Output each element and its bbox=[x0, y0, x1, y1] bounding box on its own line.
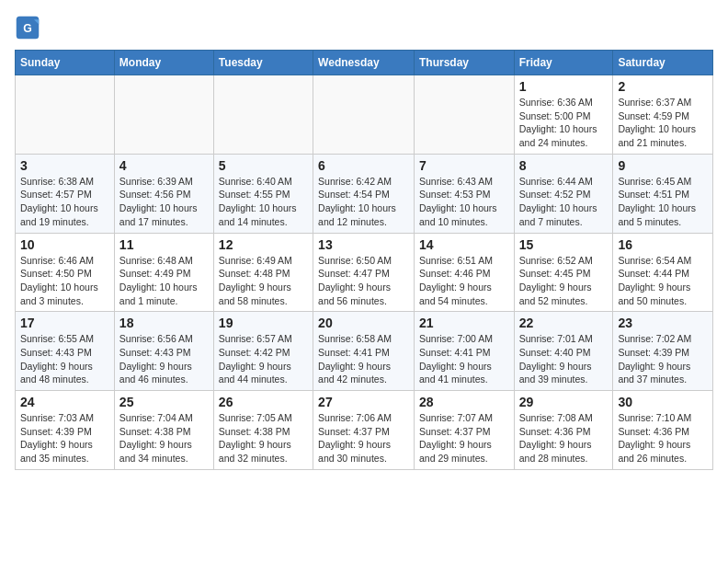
page-header: G bbox=[15, 15, 713, 40]
logo-icon: G bbox=[15, 15, 40, 40]
day-info: Sunrise: 6:39 AM Sunset: 4:56 PM Dayligh… bbox=[119, 175, 209, 229]
day-info: Sunrise: 6:58 AM Sunset: 4:41 PM Dayligh… bbox=[318, 332, 409, 386]
day-info: Sunrise: 7:02 AM Sunset: 4:39 PM Dayligh… bbox=[618, 332, 708, 386]
day-info: Sunrise: 7:08 AM Sunset: 4:36 PM Dayligh… bbox=[519, 411, 609, 465]
calendar-cell: 2Sunrise: 6:37 AM Sunset: 4:59 PM Daylig… bbox=[613, 75, 713, 155]
day-info: Sunrise: 6:50 AM Sunset: 4:47 PM Dayligh… bbox=[318, 254, 409, 308]
weekday-header-saturday: Saturday bbox=[613, 51, 713, 75]
day-info: Sunrise: 6:40 AM Sunset: 4:55 PM Dayligh… bbox=[219, 175, 308, 229]
day-info: Sunrise: 7:00 AM Sunset: 4:41 PM Dayligh… bbox=[419, 332, 509, 386]
weekday-header-thursday: Thursday bbox=[414, 51, 514, 75]
day-number: 14 bbox=[419, 237, 509, 252]
day-info: Sunrise: 6:54 AM Sunset: 4:44 PM Dayligh… bbox=[618, 254, 708, 308]
calendar-cell: 14Sunrise: 6:51 AM Sunset: 4:46 PM Dayli… bbox=[414, 233, 514, 312]
calendar-cell bbox=[414, 75, 514, 155]
weekday-header-wednesday: Wednesday bbox=[313, 51, 415, 75]
calendar-cell: 4Sunrise: 6:39 AM Sunset: 4:56 PM Daylig… bbox=[114, 154, 213, 233]
calendar-cell: 3Sunrise: 6:38 AM Sunset: 4:57 PM Daylig… bbox=[16, 154, 115, 233]
calendar-cell: 7Sunrise: 6:43 AM Sunset: 4:53 PM Daylig… bbox=[414, 154, 514, 233]
calendar-week-3: 10Sunrise: 6:46 AM Sunset: 4:50 PM Dayli… bbox=[16, 233, 713, 312]
weekday-header-monday: Monday bbox=[114, 51, 213, 75]
weekday-header-friday: Friday bbox=[514, 51, 613, 75]
day-number: 20 bbox=[318, 316, 409, 330]
day-info: Sunrise: 6:45 AM Sunset: 4:51 PM Dayligh… bbox=[618, 175, 708, 229]
calendar-week-4: 17Sunrise: 6:55 AM Sunset: 4:43 PM Dayli… bbox=[16, 312, 713, 391]
day-info: Sunrise: 6:44 AM Sunset: 4:52 PM Dayligh… bbox=[519, 175, 609, 229]
day-info: Sunrise: 6:36 AM Sunset: 5:00 PM Dayligh… bbox=[519, 96, 609, 150]
day-number: 15 bbox=[519, 237, 609, 252]
logo: G bbox=[15, 15, 44, 40]
calendar-cell: 28Sunrise: 7:07 AM Sunset: 4:37 PM Dayli… bbox=[414, 391, 514, 470]
calendar-cell: 27Sunrise: 7:06 AM Sunset: 4:37 PM Dayli… bbox=[313, 391, 415, 470]
day-number: 13 bbox=[318, 237, 409, 252]
calendar-cell: 16Sunrise: 6:54 AM Sunset: 4:44 PM Dayli… bbox=[613, 233, 713, 312]
day-info: Sunrise: 6:51 AM Sunset: 4:46 PM Dayligh… bbox=[419, 254, 509, 308]
day-number: 10 bbox=[20, 237, 109, 252]
weekday-header-tuesday: Tuesday bbox=[213, 51, 313, 75]
calendar-cell: 12Sunrise: 6:49 AM Sunset: 4:48 PM Dayli… bbox=[213, 233, 313, 312]
day-info: Sunrise: 6:38 AM Sunset: 4:57 PM Dayligh… bbox=[20, 175, 109, 229]
day-number: 26 bbox=[219, 395, 308, 409]
day-info: Sunrise: 6:37 AM Sunset: 4:59 PM Dayligh… bbox=[618, 96, 708, 150]
day-number: 28 bbox=[419, 395, 509, 409]
weekday-header-row: SundayMondayTuesdayWednesdayThursdayFrid… bbox=[16, 51, 713, 75]
calendar-cell: 21Sunrise: 7:00 AM Sunset: 4:41 PM Dayli… bbox=[414, 312, 514, 391]
calendar-cell: 18Sunrise: 6:56 AM Sunset: 4:43 PM Dayli… bbox=[114, 312, 213, 391]
calendar-cell: 8Sunrise: 6:44 AM Sunset: 4:52 PM Daylig… bbox=[514, 154, 613, 233]
calendar-table: SundayMondayTuesdayWednesdayThursdayFrid… bbox=[15, 50, 713, 470]
day-number: 25 bbox=[119, 395, 209, 409]
calendar-cell: 23Sunrise: 7:02 AM Sunset: 4:39 PM Dayli… bbox=[613, 312, 713, 391]
calendar-cell: 30Sunrise: 7:10 AM Sunset: 4:36 PM Dayli… bbox=[613, 391, 713, 470]
svg-text:G: G bbox=[23, 22, 32, 35]
calendar-week-2: 3Sunrise: 6:38 AM Sunset: 4:57 PM Daylig… bbox=[16, 154, 713, 233]
day-number: 27 bbox=[318, 395, 409, 409]
day-info: Sunrise: 7:01 AM Sunset: 4:40 PM Dayligh… bbox=[519, 332, 609, 386]
day-number: 5 bbox=[219, 158, 308, 173]
calendar-cell: 6Sunrise: 6:42 AM Sunset: 4:54 PM Daylig… bbox=[313, 154, 415, 233]
calendar-cell: 29Sunrise: 7:08 AM Sunset: 4:36 PM Dayli… bbox=[514, 391, 613, 470]
day-info: Sunrise: 6:57 AM Sunset: 4:42 PM Dayligh… bbox=[219, 332, 308, 386]
calendar-cell bbox=[16, 75, 115, 155]
calendar-cell bbox=[114, 75, 213, 155]
calendar-cell: 17Sunrise: 6:55 AM Sunset: 4:43 PM Dayli… bbox=[16, 312, 115, 391]
calendar-cell: 11Sunrise: 6:48 AM Sunset: 4:49 PM Dayli… bbox=[114, 233, 213, 312]
day-info: Sunrise: 6:46 AM Sunset: 4:50 PM Dayligh… bbox=[20, 254, 109, 308]
day-number: 24 bbox=[20, 395, 109, 409]
day-number: 30 bbox=[618, 395, 708, 409]
day-info: Sunrise: 6:42 AM Sunset: 4:54 PM Dayligh… bbox=[318, 175, 409, 229]
calendar-body: 1Sunrise: 6:36 AM Sunset: 5:00 PM Daylig… bbox=[16, 75, 713, 470]
day-number: 29 bbox=[519, 395, 609, 409]
day-info: Sunrise: 6:55 AM Sunset: 4:43 PM Dayligh… bbox=[20, 332, 109, 386]
day-info: Sunrise: 6:43 AM Sunset: 4:53 PM Dayligh… bbox=[419, 175, 509, 229]
day-number: 22 bbox=[519, 316, 609, 330]
calendar-cell: 15Sunrise: 6:52 AM Sunset: 4:45 PM Dayli… bbox=[514, 233, 613, 312]
calendar-cell: 26Sunrise: 7:05 AM Sunset: 4:38 PM Dayli… bbox=[213, 391, 313, 470]
day-info: Sunrise: 6:52 AM Sunset: 4:45 PM Dayligh… bbox=[519, 254, 609, 308]
day-number: 19 bbox=[219, 316, 308, 330]
day-info: Sunrise: 7:03 AM Sunset: 4:39 PM Dayligh… bbox=[20, 411, 109, 465]
weekday-header-sunday: Sunday bbox=[16, 51, 115, 75]
calendar-cell: 24Sunrise: 7:03 AM Sunset: 4:39 PM Dayli… bbox=[16, 391, 115, 470]
day-number: 4 bbox=[119, 158, 209, 173]
calendar-cell: 5Sunrise: 6:40 AM Sunset: 4:55 PM Daylig… bbox=[213, 154, 313, 233]
day-info: Sunrise: 7:05 AM Sunset: 4:38 PM Dayligh… bbox=[219, 411, 308, 465]
day-info: Sunrise: 7:06 AM Sunset: 4:37 PM Dayligh… bbox=[318, 411, 409, 465]
day-number: 2 bbox=[618, 79, 708, 94]
calendar-cell: 13Sunrise: 6:50 AM Sunset: 4:47 PM Dayli… bbox=[313, 233, 415, 312]
calendar-cell: 1Sunrise: 6:36 AM Sunset: 5:00 PM Daylig… bbox=[514, 75, 613, 155]
calendar-cell: 25Sunrise: 7:04 AM Sunset: 4:38 PM Dayli… bbox=[114, 391, 213, 470]
calendar-cell: 10Sunrise: 6:46 AM Sunset: 4:50 PM Dayli… bbox=[16, 233, 115, 312]
day-info: Sunrise: 7:07 AM Sunset: 4:37 PM Dayligh… bbox=[419, 411, 509, 465]
calendar-cell bbox=[313, 75, 415, 155]
calendar-cell bbox=[213, 75, 313, 155]
day-info: Sunrise: 6:56 AM Sunset: 4:43 PM Dayligh… bbox=[119, 332, 209, 386]
calendar-cell: 9Sunrise: 6:45 AM Sunset: 4:51 PM Daylig… bbox=[613, 154, 713, 233]
day-number: 9 bbox=[618, 158, 708, 173]
calendar-week-1: 1Sunrise: 6:36 AM Sunset: 5:00 PM Daylig… bbox=[16, 75, 713, 155]
day-number: 12 bbox=[219, 237, 308, 252]
day-number: 23 bbox=[618, 316, 708, 330]
day-number: 18 bbox=[119, 316, 209, 330]
day-info: Sunrise: 6:48 AM Sunset: 4:49 PM Dayligh… bbox=[119, 254, 209, 308]
day-number: 6 bbox=[318, 158, 409, 173]
day-number: 16 bbox=[618, 237, 708, 252]
